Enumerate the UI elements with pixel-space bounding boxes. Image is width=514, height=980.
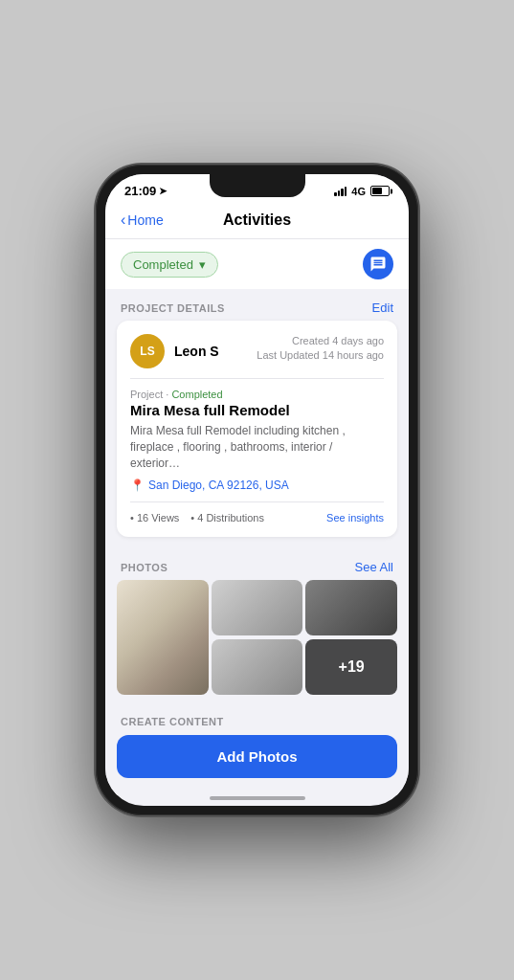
photo-large[interactable] <box>117 580 209 695</box>
network-label: 4G <box>351 186 366 197</box>
photo-small-3[interactable] <box>212 639 303 695</box>
project-description: Mira Mesa full Remodel including kitchen… <box>130 423 384 471</box>
photo-small-2[interactable] <box>305 580 397 635</box>
home-indicator <box>210 796 305 800</box>
see-insights-button[interactable]: See insights <box>326 512 384 523</box>
photos-section: PHOTOS See All +19 <box>105 548 409 704</box>
see-all-button[interactable]: See All <box>355 560 393 574</box>
stats-row: • 16 Views • 4 Distributions See insight… <box>130 512 384 523</box>
chevron-left-icon: ‹ <box>121 212 125 229</box>
status-right: 4G <box>334 186 390 197</box>
divider <box>130 378 384 379</box>
chevron-down-icon: ▾ <box>199 257 206 272</box>
create-content-section: CREATE CONTENT Add Photos <box>105 704 409 790</box>
photos-label: PHOTOS <box>121 562 168 573</box>
card-top: LS Leon S Created 4 days ago Last Update… <box>130 334 384 368</box>
back-label: Home <box>127 212 163 228</box>
add-photos-button[interactable]: Add Photos <box>117 735 397 778</box>
filter-row: Completed ▾ <box>105 239 409 289</box>
phone-screen: 21:09 ➤ 4G ‹ Home Activities <box>105 174 409 806</box>
photos-grid: +19 <box>105 580 409 695</box>
signal-icon <box>334 187 346 196</box>
card-meta: Created 4 days ago Last Updated 14 hours… <box>257 334 384 364</box>
project-details-header: PROJECT DETAILS Edit <box>105 289 409 321</box>
divider-2 <box>130 501 384 502</box>
location-arrow-icon: ➤ <box>159 186 167 196</box>
nav-bar: ‹ Home Activities <box>105 204 409 239</box>
section-label: PROJECT DETAILS <box>121 302 225 314</box>
avatar-initials: LS <box>140 345 154 358</box>
chat-icon <box>369 256 387 273</box>
notch <box>210 174 305 197</box>
photo-more-button[interactable]: +19 <box>305 639 397 695</box>
user-name: Leon S <box>174 344 219 359</box>
avatar: LS <box>130 334 165 368</box>
updated-text: Last Updated 14 hours ago <box>257 348 384 363</box>
project-card: LS Leon S Created 4 days ago Last Update… <box>117 321 397 537</box>
location-pin-icon: 📍 <box>130 479 145 492</box>
location-row: 📍 San Diego, CA 92126, USA <box>130 479 384 492</box>
status-time: 21:09 ➤ <box>124 184 167 198</box>
user-info: Leon S <box>174 344 219 359</box>
views-stat: • 16 Views <box>130 512 179 523</box>
photos-header: PHOTOS See All <box>105 548 409 580</box>
project-status: Project · Completed <box>130 389 384 400</box>
back-button[interactable]: ‹ Home <box>121 212 164 229</box>
status-filter-button[interactable]: Completed ▾ <box>121 252 218 278</box>
location-text: San Diego, CA 92126, USA <box>148 479 289 492</box>
content-area: Completed ▾ PROJECT DETAILS Edit <box>105 239 409 794</box>
edit-button[interactable]: Edit <box>372 301 393 315</box>
chat-button[interactable] <box>363 249 393 279</box>
created-text: Created 4 days ago <box>257 334 384 348</box>
distributions-stat: • 4 Distributions <box>190 512 264 523</box>
time-display: 21:09 <box>124 184 156 198</box>
filter-label: Completed <box>133 257 193 272</box>
page-title: Activities <box>223 212 291 229</box>
photo-small-1[interactable] <box>212 580 303 635</box>
project-title: Mira Mesa full Remodel <box>130 402 384 418</box>
phone-shell: 21:09 ➤ 4G ‹ Home Activities <box>96 165 418 815</box>
status-prefix: Project · <box>130 389 171 400</box>
status-value: Completed <box>171 389 222 400</box>
create-content-label: CREATE CONTENT <box>117 704 397 735</box>
more-count: +19 <box>339 658 365 676</box>
battery-icon <box>370 186 390 196</box>
